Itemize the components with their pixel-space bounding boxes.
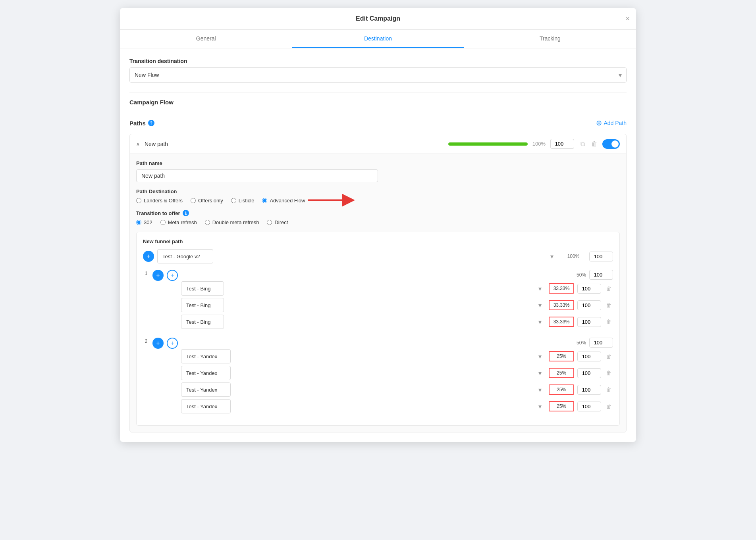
offer-row-2-4: Test - Yandex ▾ 25% 🗑 bbox=[181, 399, 613, 413]
path-container: ∧ New path 100% ⧉ 🗑 bbox=[129, 134, 627, 432]
offer-2-3-delete[interactable]: 🗑 bbox=[604, 385, 613, 394]
path-destination-radio-group: Landers & Offers Offers only Listicle bbox=[136, 198, 620, 204]
offer-1-3-select[interactable]: Test - Bing bbox=[181, 315, 224, 329]
radio-302[interactable]: 302 bbox=[136, 219, 152, 225]
offer-row-1-3: Test - Bing ▾ 33.33% 🗑 bbox=[181, 315, 613, 329]
offer-2-3-select[interactable]: Test - Yandex bbox=[181, 382, 231, 397]
chevron-down-icon: ▾ bbox=[538, 318, 542, 326]
path-name-label: Path name bbox=[136, 160, 620, 166]
node-row-2: 2 + + 50% bbox=[143, 334, 613, 419]
offer-2-1-weight[interactable] bbox=[577, 352, 601, 361]
copy-button[interactable]: ⧉ bbox=[579, 140, 586, 148]
top-offer-pct: 100% bbox=[561, 252, 586, 261]
radio-advanced-flow[interactable]: Advanced Flow bbox=[262, 198, 305, 204]
node-2-offers: Test - Yandex ▾ 25% 🗑 bbox=[181, 349, 613, 413]
tab-destination[interactable]: Destination bbox=[292, 30, 464, 48]
radio-direct[interactable]: Direct bbox=[267, 219, 288, 225]
transition-to-offer-label: Transition to offer ℹ bbox=[136, 210, 620, 216]
node-1-plus-button[interactable]: + bbox=[167, 270, 178, 281]
chevron-down-icon: ▾ bbox=[538, 285, 542, 292]
add-path-button[interactable]: ⊕ Add Path bbox=[596, 119, 627, 127]
path-name-input[interactable] bbox=[136, 169, 378, 182]
node-num-2: 2 bbox=[143, 338, 149, 344]
progress-input[interactable] bbox=[550, 139, 574, 149]
node-2-weight[interactable] bbox=[589, 338, 613, 348]
close-button[interactable]: × bbox=[625, 15, 630, 23]
offer-row-1-2: Test - Bing ▾ 33.33% 🗑 bbox=[181, 298, 613, 312]
modal-content: Transition destination New Flow ▾ Campai… bbox=[120, 48, 636, 442]
offer-2-1-select-wrap: Test - Yandex ▾ bbox=[181, 349, 546, 363]
radio-listicle[interactable]: Listicle bbox=[231, 198, 255, 204]
offer-1-1-select[interactable]: Test - Bing bbox=[181, 281, 224, 296]
radio-landers-offers[interactable]: Landers & Offers bbox=[136, 198, 183, 204]
offer-2-4-delete[interactable]: 🗑 bbox=[604, 402, 613, 411]
tab-bar: General Destination Tracking bbox=[120, 30, 636, 48]
offer-1-2-pct: 33.33% bbox=[549, 300, 574, 310]
chevron-down-icon: ▾ bbox=[538, 302, 542, 309]
offer-2-2-pct: 25% bbox=[549, 368, 574, 378]
tab-tracking[interactable]: Tracking bbox=[464, 30, 636, 48]
edit-campaign-modal: Edit Campaign × General Destination Trac… bbox=[120, 8, 636, 442]
offer-1-2-delete[interactable]: 🗑 bbox=[604, 300, 613, 310]
transition-radio-group: 302 Meta refresh Double meta refresh bbox=[136, 219, 620, 225]
offer-1-1-pct: 33.33% bbox=[549, 283, 574, 294]
node-1-content: 50% Test - Bing bbox=[181, 270, 613, 331]
radio-double-meta-refresh[interactable]: Double meta refresh bbox=[205, 219, 259, 225]
tab-general[interactable]: General bbox=[120, 30, 292, 48]
chevron-down-icon: ▾ bbox=[538, 386, 542, 394]
offer-2-3-select-wrap: Test - Yandex ▾ bbox=[181, 382, 546, 397]
node-1-add-button[interactable]: + bbox=[152, 270, 164, 281]
modal-header: Edit Campaign × bbox=[120, 8, 636, 30]
offer-1-3-delete[interactable]: 🗑 bbox=[604, 317, 613, 327]
collapse-icon[interactable]: ∧ bbox=[136, 141, 140, 147]
radio-offers-only[interactable]: Offers only bbox=[191, 198, 223, 204]
divider-1 bbox=[129, 92, 627, 92]
offer-2-2-weight[interactable] bbox=[577, 368, 601, 378]
offer-2-1-delete[interactable]: 🗑 bbox=[604, 352, 613, 361]
transition-help-icon[interactable]: ℹ bbox=[183, 210, 189, 216]
progress-bar-container bbox=[448, 142, 528, 146]
help-icon[interactable]: ? bbox=[148, 120, 154, 126]
node-1-weight[interactable] bbox=[589, 270, 613, 280]
top-offer-select-wrap: Test - Google v2 ▾ bbox=[157, 249, 557, 263]
offer-2-2-delete[interactable]: 🗑 bbox=[604, 368, 613, 378]
offer-2-1-select[interactable]: Test - Yandex bbox=[181, 349, 231, 363]
offer-1-2-select[interactable]: Test - Bing bbox=[181, 298, 224, 312]
transition-destination-select[interactable]: New Flow bbox=[129, 67, 627, 83]
path-body: Path name Path Destination Landers & Off… bbox=[130, 154, 626, 432]
chevron-down-icon: ▾ bbox=[538, 353, 542, 360]
transition-destination-group: Transition destination New Flow ▾ bbox=[129, 58, 627, 83]
path-toggle[interactable] bbox=[602, 139, 620, 149]
chevron-down-icon: ▾ bbox=[538, 369, 542, 377]
offer-row-2-1: Test - Yandex ▾ 25% 🗑 bbox=[181, 349, 613, 363]
node-2-add-button[interactable]: + bbox=[152, 338, 164, 349]
offer-1-1-weight[interactable] bbox=[577, 284, 601, 294]
top-funnel-row: + Test - Google v2 ▾ 100% bbox=[143, 249, 613, 263]
path-name-display: New path bbox=[145, 141, 444, 147]
offer-2-4-select-wrap: Test - Yandex ▾ bbox=[181, 399, 546, 413]
funnel-section: New funnel path + Test - Google v2 ▾ 100… bbox=[136, 232, 620, 426]
offer-2-4-select[interactable]: Test - Yandex bbox=[181, 399, 231, 413]
red-arrow-icon bbox=[308, 192, 356, 208]
offer-1-2-weight[interactable] bbox=[577, 300, 601, 310]
radio-meta-refresh[interactable]: Meta refresh bbox=[160, 219, 197, 225]
offer-1-1-delete[interactable]: 🗑 bbox=[604, 284, 613, 293]
top-offer-select[interactable]: Test - Google v2 bbox=[157, 249, 213, 263]
add-top-offer-button[interactable]: + bbox=[143, 251, 154, 262]
path-destination-group: Path Destination Landers & Offers Offers… bbox=[136, 188, 620, 204]
offer-1-3-pct: 33.33% bbox=[549, 317, 574, 327]
offer-1-3-weight[interactable] bbox=[577, 317, 601, 327]
delete-button[interactable]: 🗑 bbox=[590, 140, 599, 148]
divider-2 bbox=[129, 112, 627, 112]
offer-2-4-weight[interactable] bbox=[577, 402, 601, 411]
path-actions: ⧉ 🗑 bbox=[579, 139, 620, 149]
node-2-plus-button[interactable]: + bbox=[167, 338, 178, 349]
transition-to-offer-group: Transition to offer ℹ 302 Meta refresh bbox=[136, 210, 620, 225]
top-offer-weight[interactable] bbox=[589, 252, 613, 261]
offer-2-3-weight[interactable] bbox=[577, 385, 601, 395]
node-num-1: 1 bbox=[143, 270, 149, 276]
transition-destination-select-wrapper: New Flow ▾ bbox=[129, 67, 627, 83]
node-2-header: 50% bbox=[181, 338, 613, 348]
paths-label: Paths ? bbox=[129, 120, 154, 127]
offer-2-2-select[interactable]: Test - Yandex bbox=[181, 366, 231, 380]
